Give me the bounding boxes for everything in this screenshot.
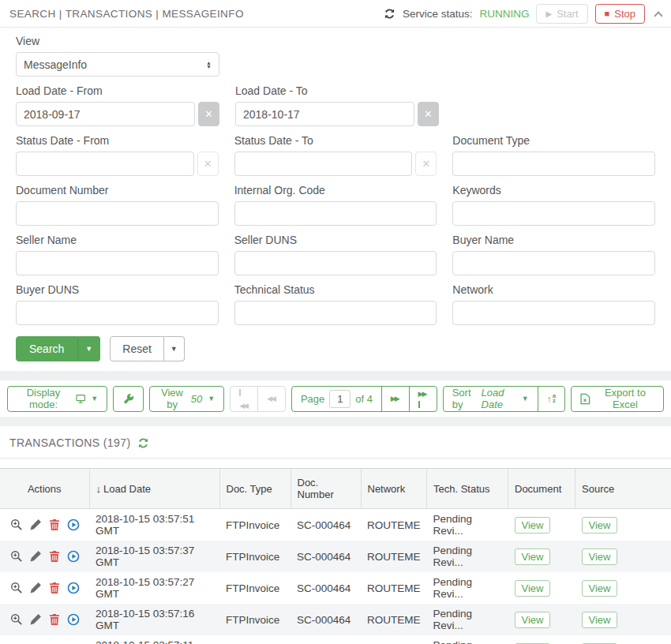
column-header-doc-number[interactable]: Doc. Number — [291, 469, 361, 509]
view-document-button[interactable]: View — [515, 549, 551, 565]
buyer-name-input[interactable] — [452, 251, 655, 275]
sort-group: Sort by Load Date ▼ ↑az — [443, 386, 565, 412]
column-header-network[interactable]: Network — [361, 469, 427, 509]
internal-org-code-input[interactable] — [234, 201, 437, 226]
keywords-input[interactable] — [452, 201, 655, 226]
technical-status-input[interactable] — [234, 301, 437, 325]
view-by-button[interactable]: View by 50 ▼ — [149, 386, 224, 412]
network-cell: ROUTEME — [361, 509, 427, 541]
search-caret-button[interactable]: ▼ — [77, 336, 100, 361]
play-circle-icon[interactable] — [67, 613, 80, 626]
sort-by-button[interactable]: Sort by Load Date ▼ — [444, 387, 538, 411]
last-page-button[interactable]: ▶▶ — [410, 387, 437, 411]
tech-status-cell: Pending Revi... — [427, 541, 508, 572]
transactions-table-body: 2018-10-15 03:57:51 GMT FTPInvoice SC-00… — [0, 509, 671, 644]
reset-caret-button[interactable]: ▼ — [164, 336, 185, 361]
network-cell: ROUTEME — [361, 541, 427, 572]
buyer-duns-input[interactable] — [16, 301, 219, 325]
previous-page-icon: ◀◀ — [267, 395, 276, 402]
seller-duns-field: Seller DUNS — [234, 233, 437, 275]
delete-trash-icon[interactable] — [48, 613, 61, 626]
view-by-value: 50 — [191, 393, 202, 405]
refresh-icon[interactable] — [384, 8, 395, 20]
reset-split-button: Reset ▼ — [110, 336, 185, 361]
edit-pencil-icon[interactable] — [29, 613, 42, 626]
previous-page-button[interactable]: ◀◀ — [258, 387, 285, 411]
service-status-label: Service status: — [403, 8, 473, 20]
edit-pencil-icon[interactable] — [29, 550, 42, 563]
keywords-field: Keywords — [452, 183, 655, 226]
play-circle-icon[interactable] — [67, 550, 80, 563]
next-page-button[interactable]: ▶▶ — [382, 387, 409, 411]
clear-status-date-from-button[interactable]: ✕ — [197, 152, 219, 176]
doc-number-cell: SC-000464 — [291, 541, 361, 572]
clear-load-date-from-button[interactable]: ✕ — [198, 102, 219, 126]
document-type-field: Document Type — [452, 133, 655, 176]
view-select[interactable]: MessageInfo ▲▼ — [16, 52, 219, 77]
play-circle-icon[interactable] — [67, 519, 80, 531]
column-header-load-date[interactable]: ↓Load Date — [89, 469, 219, 509]
clear-load-date-to-button[interactable]: ✕ — [418, 102, 439, 126]
tech-status-cell: Pending Revi... — [427, 572, 508, 604]
document-number-input[interactable] — [16, 201, 219, 226]
pager-back-group: ◀◀ ◀◀ — [230, 386, 286, 412]
view-source-button[interactable]: View — [582, 612, 618, 628]
load-date-cell: 2018-10-15 03:57:51 GMT — [89, 509, 219, 541]
document-type-input[interactable] — [452, 152, 655, 176]
delete-trash-icon[interactable] — [48, 519, 61, 531]
reset-button[interactable]: Reset — [110, 336, 164, 361]
table-row: 2018-10-15 03:57:16 GMT FTPInvoice SC-00… — [0, 604, 671, 635]
first-page-button[interactable]: ◀◀ — [231, 387, 257, 411]
zoom-in-icon[interactable] — [10, 613, 23, 626]
start-button[interactable]: ▶ Start — [536, 4, 587, 24]
network-input[interactable] — [452, 301, 655, 325]
zoom-in-icon[interactable] — [10, 582, 23, 594]
status-date-from-input[interactable] — [16, 152, 194, 176]
delete-trash-icon[interactable] — [48, 550, 61, 563]
network-field: Network — [452, 283, 655, 325]
edit-pencil-icon[interactable] — [29, 519, 42, 531]
select-updown-icon: ▲▼ — [206, 61, 212, 69]
stop-button[interactable]: ■ Stop — [595, 4, 645, 24]
network-cell: ROUTEME — [361, 572, 427, 604]
service-status-area: Service status: RUNNING ▶ Start ■ Stop — [384, 4, 662, 24]
export-to-excel-button[interactable]: x Export to Excel — [571, 386, 664, 412]
column-header-doc-type[interactable]: Doc. Type — [219, 469, 291, 509]
load-date-from-input[interactable] — [16, 102, 195, 126]
view-document-button[interactable]: View — [515, 517, 551, 534]
sort-descending-icon: ↓ — [96, 483, 102, 495]
view-document-button[interactable]: View — [515, 612, 551, 628]
status-date-to-input[interactable] — [234, 152, 413, 176]
buyer-name-field: Buyer Name — [452, 233, 655, 275]
column-header-tech-status[interactable]: Tech. Status — [427, 469, 508, 509]
clear-status-date-to-button[interactable]: ✕ — [415, 152, 437, 176]
document-number-field: Document Number — [16, 183, 219, 226]
caret-down-icon: ▼ — [171, 345, 178, 353]
view-source-button[interactable]: View — [582, 549, 618, 565]
view-document-button[interactable]: View — [515, 580, 551, 597]
delete-trash-icon[interactable] — [48, 582, 61, 594]
search-form: View MessageInfo ▲▼ Load Date - From ✕ L… — [0, 28, 671, 371]
seller-duns-input[interactable] — [234, 251, 437, 275]
caret-down-icon: ▼ — [208, 395, 215, 402]
refresh-results-icon[interactable] — [137, 437, 149, 449]
view-source-button[interactable]: View — [582, 517, 618, 534]
zoom-in-icon[interactable] — [10, 550, 23, 563]
results-toolbar: Display mode: ▼ View by 50 ▼ ◀◀ ◀◀ — [0, 380, 671, 417]
search-button[interactable]: Search — [16, 336, 77, 361]
seller-name-input[interactable] — [16, 251, 219, 275]
status-date-from-field: Status Date - From ✕ — [16, 133, 219, 176]
doc-number-cell: SC-000464 — [291, 604, 361, 635]
view-source-button[interactable]: View — [582, 580, 618, 597]
load-date-to-input[interactable] — [235, 102, 414, 126]
settings-wrench-button[interactable] — [113, 386, 144, 412]
play-circle-icon[interactable] — [67, 582, 80, 594]
doc-type-cell: FTPInvoice — [219, 635, 291, 644]
edit-pencil-icon[interactable] — [29, 582, 42, 594]
display-mode-button[interactable]: Display mode: ▼ — [7, 386, 107, 412]
page-number-input[interactable] — [329, 390, 350, 408]
sort-direction-button[interactable]: ↑az — [538, 387, 564, 411]
collapse-chevron-icon[interactable] — [654, 11, 662, 20]
doc-type-cell: FTPInvoice — [219, 541, 291, 572]
zoom-in-icon[interactable] — [10, 519, 23, 531]
